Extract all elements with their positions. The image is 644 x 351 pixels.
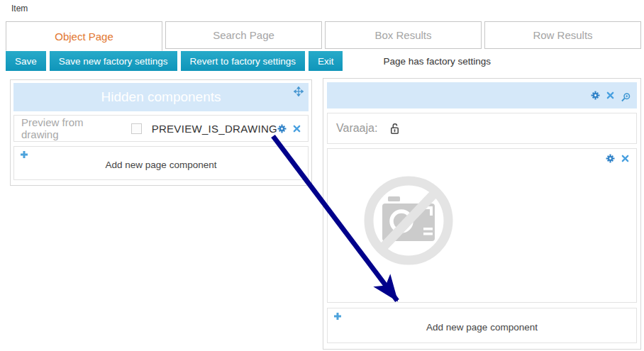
- page-layout-panel: Varaaja:: [323, 78, 641, 350]
- hidden-components-title: Hidden components: [101, 89, 221, 105]
- add-component-label-right[interactable]: Add new page component: [328, 322, 636, 333]
- exit-button[interactable]: Exit: [309, 51, 343, 71]
- move-icon[interactable]: [294, 87, 304, 96]
- add-component-row-left[interactable]: Add new page component: [13, 146, 309, 180]
- save-factory-settings-button[interactable]: Save new factory settings: [50, 51, 177, 71]
- revert-factory-settings-button[interactable]: Revert to factory settings: [181, 51, 305, 71]
- component-label: Preview from drawing: [21, 116, 118, 140]
- hidden-components-header: Hidden components: [13, 83, 309, 111]
- component-field-name: PREVIEW_IS_DRAWING: [152, 123, 277, 135]
- tab-object-page[interactable]: Object Page: [6, 21, 162, 51]
- page-title: Item: [11, 4, 28, 13]
- varaaja-label: Varaaja:: [336, 122, 377, 135]
- image-component-box[interactable]: [327, 148, 637, 303]
- gear-icon[interactable]: [277, 124, 287, 133]
- no-image-camera-icon: [362, 174, 455, 267]
- factory-settings-status: Page has factory settings: [383, 56, 491, 67]
- add-component-row-right[interactable]: Add new page component: [327, 308, 637, 343]
- close-icon[interactable]: [606, 91, 614, 99]
- plus-icon[interactable]: [20, 150, 28, 159]
- toolbar: Save Save new factory settings Revert to…: [6, 51, 491, 71]
- save-button[interactable]: Save: [6, 51, 46, 71]
- close-icon[interactable]: [293, 125, 301, 133]
- varaaja-field-row: Varaaja:: [327, 113, 637, 144]
- tab-row-results[interactable]: Row Results: [484, 21, 641, 49]
- plus-icon[interactable]: [333, 312, 342, 321]
- add-component-label-left[interactable]: Add new page component: [14, 160, 308, 170]
- component-row-preview: Preview from drawing PREVIEW_IS_DRAWING: [13, 115, 309, 142]
- hidden-components-panel: Hidden components Preview from drawing P…: [10, 79, 312, 186]
- gear-icon[interactable]: [591, 91, 600, 100]
- tab-search-page[interactable]: Search Page: [165, 21, 322, 49]
- close-icon[interactable]: [621, 155, 629, 162]
- magnifier-icon[interactable]: [621, 92, 631, 103]
- preview-checkbox[interactable]: [131, 123, 141, 134]
- page-layout-header: [327, 82, 637, 108]
- gear-icon[interactable]: [606, 154, 615, 163]
- tab-bar: Object Page Search Page Box Results Row …: [6, 21, 641, 49]
- tab-box-results[interactable]: Box Results: [325, 21, 482, 49]
- unlocked-padlock-icon[interactable]: [388, 122, 401, 135]
